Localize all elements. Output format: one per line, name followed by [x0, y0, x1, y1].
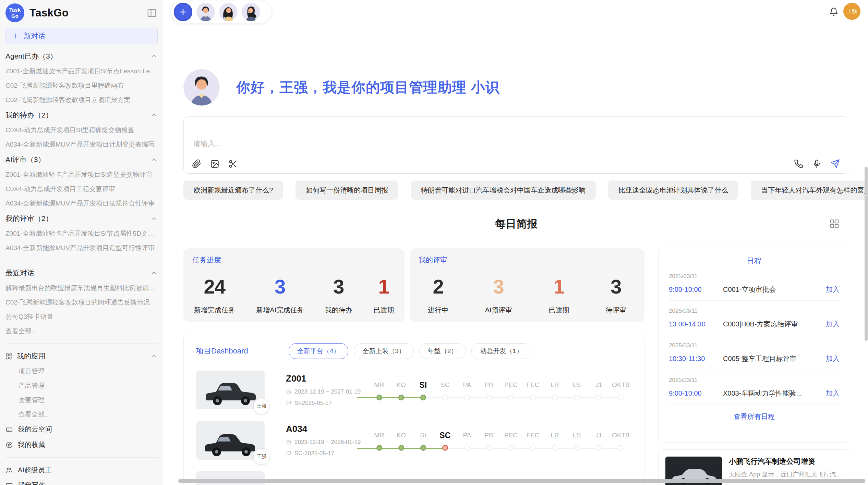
project-photo: 王强: [196, 371, 265, 409]
agent-switcher: [171, 1, 272, 23]
new-chat-button[interactable]: 新对话: [5, 28, 158, 44]
suggestion-chip[interactable]: 特朗普可能对进口汽车增税会对中国车企造成哪些影响: [411, 181, 596, 200]
event-title: X003-车辆动力学性能验...: [723, 389, 820, 398]
agent-avatar-3[interactable]: [242, 3, 260, 21]
app-item[interactable]: 查看全部...: [5, 407, 158, 422]
user-avatar[interactable]: 王强: [843, 3, 860, 20]
notification-bell-icon[interactable]: [829, 7, 839, 16]
stat: 24 新增完成任务: [194, 277, 235, 315]
schedule-event: 2025/03/11 13:00-14:30 C003|H0B-方案冻结评审 加…: [669, 301, 840, 335]
section-header-my-review[interactable]: 我的评审（2）: [5, 211, 158, 226]
stat-label: 新增AI完成任务: [256, 306, 304, 315]
project-flag: SC-2025-05-17: [286, 450, 365, 457]
milestone-dot: [420, 395, 426, 400]
recent-conversation-item[interactable]: C02-飞腾新能源轻客改款项目的闭环通告反馈情况: [5, 295, 158, 310]
section-header-my-apps[interactable]: 我的应用: [5, 348, 158, 364]
recent-conversation-item[interactable]: 查看全部...: [5, 324, 158, 338]
section-header-recent[interactable]: 最近对话: [5, 265, 158, 281]
project-row[interactable]: 王强 A034 2023-12-19 ~ 2026-01-19 SC-2025-…: [196, 421, 632, 460]
users-icon: [5, 467, 13, 474]
suggestion-chip[interactable]: 如何写一份清晰的项目周报: [296, 181, 398, 200]
project-flag: SI-2025-05-17: [286, 400, 365, 407]
app-item[interactable]: 项目管理: [5, 364, 158, 378]
add-agent-button[interactable]: [174, 3, 192, 21]
horizontal-scrollbar[interactable]: [178, 479, 865, 483]
milestone-label: PR: [478, 430, 500, 441]
sidebar-item-favorites[interactable]: 我的收藏: [5, 437, 158, 452]
suggestion-chip[interactable]: 比亚迪全固态电池计划具体说了什么: [608, 181, 738, 200]
composer-right-tools: [794, 159, 840, 169]
section-header-my-todo[interactable]: 我的待办（2）: [5, 107, 158, 123]
project-name: Z001: [286, 373, 365, 384]
sidebar-conversation-item[interactable]: Z001-全新燃油轻卡产品开发项目SI造型提交物评审: [5, 167, 158, 182]
app-item[interactable]: 产品管理: [5, 378, 158, 393]
microphone-icon[interactable]: [812, 159, 821, 169]
stat: 3 新增AI完成任务: [256, 277, 304, 315]
scissors-icon[interactable]: [228, 159, 238, 169]
suggestion-chip[interactable]: 欧洲新规最近颁布了什么?: [183, 181, 283, 200]
sidebar-item-help-write[interactable]: 帮我写作: [5, 478, 158, 485]
vertical-scrollbar[interactable]: [865, 167, 868, 341]
view-all-schedule-link[interactable]: 查看所有日程: [669, 412, 840, 421]
event-join-link[interactable]: 加入: [826, 389, 840, 398]
sidebar-header: Task Go TaskGo: [0, 0, 163, 24]
milestone-dot: [508, 445, 514, 451]
suggestion-chip[interactable]: 当下年轻人对汽车外观有怎样的喜好趋势: [751, 181, 868, 200]
chevron-up-icon: [150, 269, 158, 277]
layout-grid-icon[interactable]: [829, 219, 840, 229]
event-join-link[interactable]: 加入: [826, 320, 840, 329]
event-join-link[interactable]: 加入: [826, 285, 840, 294]
clock-icon: [286, 439, 291, 445]
recent-list: 解释最新出台的欧盟报废车法规再生塑料比例被调至15%...C02-飞腾新能源轻客…: [5, 281, 158, 338]
recent-conversation-item[interactable]: 解释最新出台的欧盟报废车法规再生塑料比例被调至15%...: [5, 281, 158, 295]
sidebar-collapse-icon[interactable]: [147, 8, 157, 18]
send-icon[interactable]: [830, 159, 840, 169]
news-description: 天眼查 App 显示，近日广州汇天飞行汽...: [729, 470, 841, 478]
dashboard-title: 项目Dashboard: [196, 346, 248, 356]
milestone-label: PEC: [500, 380, 522, 390]
event-time: 13:00-14:30: [669, 320, 723, 328]
project-dates: 2023-12-19 ~ 2026-01-19: [286, 439, 365, 446]
section-header-agent-done[interactable]: Agent已办（3）: [5, 48, 158, 64]
milestone-strip: MR KO SI SC PA: [368, 430, 632, 451]
message-input[interactable]: [184, 117, 849, 173]
sidebar-conversation-item[interactable]: A034-全新新能源MUV产品开发项目造型可行性评审: [5, 241, 158, 255]
sidebar-item-cloud-space[interactable]: 我的云空间: [5, 422, 158, 437]
sidebar-conversation-item[interactable]: C0X4-动力总成开发项目工程变更评审: [5, 182, 158, 196]
dashboard-tab[interactable]: 动总开发（1）: [471, 343, 531, 359]
stat: 2 进行中: [428, 277, 448, 315]
project-row[interactable]: 王强 Z001 2023-12-19 ~ 2027-01-19 SI-2025-…: [196, 371, 632, 409]
sidebar-conversation-item[interactable]: C0X4-动力总成开发项目SI里程碑提交物检查: [5, 123, 158, 137]
sidebar-conversation-item[interactable]: Z001-全新燃油轻卡产品开发项目SI节点属性5D文件评审: [5, 226, 158, 241]
milestone-label: J1: [588, 380, 610, 390]
news-title: 小鹏飞行汽车制造公司增资: [729, 457, 841, 466]
stat: 3 AI预评审: [485, 277, 512, 315]
event-join-link[interactable]: 加入: [826, 354, 840, 363]
app-item[interactable]: 变更管理: [5, 393, 158, 407]
milestone-dot: [486, 395, 492, 400]
dashboard-tab[interactable]: 全新平台（4）: [289, 343, 349, 359]
sidebar-conversation-item[interactable]: A034-全新新能源MUV产品开发项目法规符合性评审: [5, 196, 158, 211]
section-header-ai-review[interactable]: AI评审（3）: [5, 152, 158, 167]
stat: 1 已逾期: [373, 277, 394, 315]
stat-value: 1: [373, 277, 394, 297]
dashboard-tab[interactable]: 全新上装（3）: [354, 343, 414, 359]
dashboard-tab[interactable]: 年型（2）: [419, 343, 466, 359]
agent-avatar-1[interactable]: [196, 3, 215, 21]
sidebar-conversation-item[interactable]: Z001-全新燃油皮卡产品开发项目SI节点Lesson Learn报告: [5, 64, 158, 78]
writing-icon: [5, 482, 13, 485]
flag-icon: [286, 400, 291, 406]
sidebar-conversation-item[interactable]: C02-飞腾新能源轻客改款项目立项汇报方案: [5, 93, 158, 107]
recent-conversation-item[interactable]: 公司Q3轻卡销量: [5, 310, 158, 324]
sidebar-conversation-item[interactable]: A034-全新新能源MUV产品开发项目计划变更表编写: [5, 137, 158, 152]
sidebar-item-ai-staff[interactable]: AI超级员工: [5, 462, 158, 478]
chevron-up-icon: [150, 352, 158, 360]
agent-avatar-2[interactable]: [219, 3, 238, 21]
section-title: 我的待办（2）: [5, 110, 53, 120]
image-upload-icon[interactable]: [210, 159, 219, 169]
milestone-label: MR: [368, 380, 390, 390]
milestone-label: OKTB: [610, 380, 632, 390]
attachment-icon[interactable]: [192, 159, 201, 169]
phone-icon[interactable]: [794, 159, 803, 169]
sidebar-conversation-item[interactable]: C02-飞腾新能源轻客改款项目里程碑画布: [5, 78, 158, 93]
